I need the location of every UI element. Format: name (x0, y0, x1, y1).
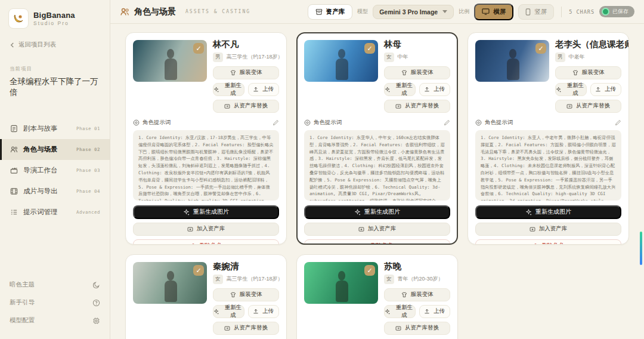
folder-plus-icon (187, 226, 193, 232)
add-to-library-button[interactable]: 加入资产库 (133, 223, 279, 236)
prompt-textarea[interactable]: 1. Core Identity: 东亚/汉族，17-18岁男生，高三学生，中等… (133, 130, 279, 201)
upload-button[interactable]: 上传 (248, 305, 280, 318)
trash-icon (361, 243, 367, 245)
check-badge-icon[interactable]: ✓ (193, 265, 204, 276)
portrait-button[interactable]: 竖屏 (518, 4, 554, 20)
model-config[interactable]: 模型配置 (10, 312, 100, 329)
status-label: 已保存 (612, 8, 628, 16)
folder-swap-icon (395, 103, 401, 109)
regenerate-image-button[interactable]: 重新生成图片 (304, 205, 450, 219)
check-badge-icon[interactable]: ✓ (364, 265, 375, 276)
character-card: ✓ 苏晚 女 青年（约20-30岁） 服装变体 (296, 254, 458, 339)
upload-button[interactable]: 上传 (590, 83, 622, 96)
regenerate-button[interactable]: 重新生成 (555, 83, 587, 96)
upload-label: 上传 (434, 85, 445, 93)
prompt-list-icon (10, 208, 18, 217)
replace-from-library-button[interactable]: 从资产库替换 (384, 100, 450, 113)
character-image[interactable]: ✓ (133, 40, 207, 82)
character-image[interactable]: ✓ (133, 262, 207, 304)
chip-icon (92, 317, 100, 325)
prompt-textarea[interactable]: 1. Core Identity: 东亚华人，中年女，160cm左右结实微胖体型… (304, 130, 450, 201)
outfit-variant-button[interactable]: 服装变体 (384, 66, 450, 79)
sidebar-item-script[interactable]: 剧本与故事 Phase 01 (0, 118, 110, 139)
check-badge-icon[interactable]: ✓ (364, 43, 375, 54)
back-to-projects[interactable]: 返回项目列表 (0, 35, 110, 55)
replace-from-library-button[interactable]: 从资产库替换 (213, 100, 279, 113)
prompt-icon (304, 119, 311, 126)
prompt-textarea[interactable]: 1. Core Identity: 东亚人，中老年男，微胖小肚腩，略驼背但强撑挺… (475, 130, 621, 201)
guide-label: 新手引导 (10, 298, 35, 307)
upload-button[interactable]: 上传 (419, 305, 451, 318)
outfit-variant-button[interactable]: 服装变体 (213, 288, 279, 301)
dark-theme-toggle[interactable]: 暗色主题 (10, 276, 100, 294)
sidebar-item-director[interactable]: 导演工作台 Phase 03 (0, 160, 110, 181)
regenerate-image-label: 重新生成图片 (193, 208, 229, 216)
delete-character-button[interactable]: 删除角色 (304, 239, 450, 245)
regenerate-button[interactable]: 重新生成 (213, 83, 244, 96)
character-image[interactable]: ✓ (304, 262, 378, 304)
phase-badge: Phase 01 (76, 126, 100, 131)
replace-from-library-button[interactable]: 从资产库替换 (555, 100, 621, 113)
scrollbar-thumb[interactable] (640, 232, 642, 265)
regenerate-button[interactable]: 重新生成 (213, 305, 244, 318)
upload-button[interactable]: 上传 (419, 83, 451, 96)
outfit-variant-button[interactable]: 服装变体 (555, 66, 621, 79)
character-figure (334, 271, 350, 302)
regenerate-image-button[interactable]: 重新生成图片 (475, 205, 621, 219)
outfit-variant-button[interactable]: 服装变体 (384, 288, 450, 301)
onboarding-guide[interactable]: 新手引导 (10, 294, 100, 312)
replace-from-library-label: 从资产库替换 (405, 102, 439, 110)
check-badge-icon[interactable]: ✓ (535, 43, 546, 54)
add-to-library-button[interactable]: 加入资产库 (475, 223, 621, 236)
divider (561, 7, 562, 17)
regenerate-button[interactable]: 重新生成 (384, 83, 416, 96)
phase-badge: Phase 04 (76, 189, 100, 194)
model-select[interactable]: Gemini 3 Pro Image (373, 5, 454, 19)
trash-icon (190, 243, 196, 245)
back-label: 返回项目列表 (18, 41, 56, 49)
asset-library-button[interactable]: 资产库 (308, 4, 353, 20)
save-status-pill[interactable]: 已保存 (599, 6, 634, 17)
edit-prompt-icon[interactable] (444, 119, 450, 126)
replace-from-library-button[interactable]: 从资产库替换 (213, 322, 279, 335)
prompt-label-text: 角色提示词 (143, 119, 171, 127)
chevron-left-icon (10, 42, 15, 48)
regenerate-button[interactable]: 重新生成 (384, 305, 416, 318)
delete-character-button[interactable]: 删除角色 (475, 239, 621, 245)
upload-icon (253, 87, 259, 93)
phase-badge: Phase 03 (76, 168, 100, 173)
sidebar-item-prompts[interactable]: 提示词管理 Advanced (0, 202, 110, 223)
character-name: 苏晚 (384, 262, 450, 272)
phase-badge: Phase 02 (76, 147, 100, 152)
upload-label: 上传 (605, 85, 616, 93)
delete-character-button[interactable]: 删除角色 (133, 239, 279, 245)
age-label: 中老年 (569, 53, 585, 61)
add-to-library-button[interactable]: 加入资产库 (304, 223, 450, 236)
character-image[interactable]: ✓ (475, 40, 549, 82)
director-icon (10, 167, 18, 175)
check-badge-icon[interactable]: ✓ (193, 43, 204, 54)
upload-button[interactable]: 上传 (248, 83, 280, 96)
sidebar-item-export[interactable]: 成片与导出 Phase 04 (0, 181, 110, 202)
film-icon (10, 187, 18, 196)
regenerate-label: 重新生成 (565, 82, 586, 97)
character-card: ✓ 老李头（信息课老师） 男 中老年 服装变体 (467, 32, 629, 245)
landscape-button[interactable]: 横屏 (474, 4, 513, 20)
character-name: 秦婉清 (213, 262, 279, 272)
replace-from-library-label: 从资产库替换 (234, 324, 268, 332)
edit-prompt-icon[interactable] (273, 119, 279, 126)
age-label: 高三学生（约17-18岁） (227, 53, 283, 61)
project-name: 全球编程水平下降了一万倍 (10, 76, 100, 98)
outfit-variant-button[interactable]: 服装变体 (213, 66, 279, 79)
replace-from-library-button[interactable]: 从资产库替换 (384, 322, 450, 335)
shirt-icon (401, 292, 407, 298)
sidebar-item-characters[interactable]: 角色与场景 Phase 02 (0, 139, 110, 160)
edit-prompt-icon[interactable] (615, 119, 621, 126)
main-content: ✓ 林不凡 男 高三学生（约17-18岁） +1 服装变体 (110, 24, 644, 339)
upload-label: 上传 (262, 307, 274, 315)
regenerate-label: 重新生成 (394, 304, 414, 319)
delete-character-label: 删除角色 (371, 242, 394, 245)
delete-character-label: 删除角色 (200, 242, 222, 245)
regenerate-image-button[interactable]: 重新生成图片 (133, 205, 279, 219)
character-image[interactable]: ✓ (304, 40, 378, 82)
